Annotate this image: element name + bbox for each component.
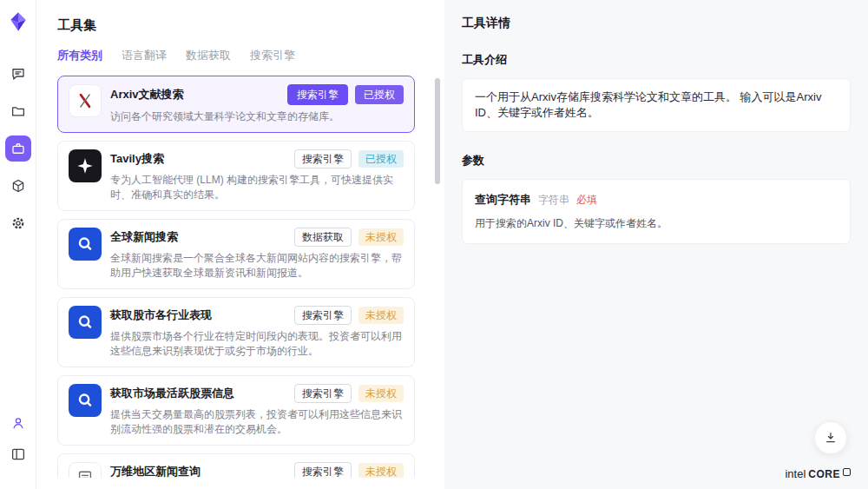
- tool-intro-text: 一个用于从Arxiv存储库搜索科学论文和文章的工具。 输入可以是Arxiv ID…: [475, 90, 821, 119]
- tool-description: 专为人工智能代理 (LLM) 构建的搜索引擎工具，可快速提供实时、准确和真实的结…: [110, 173, 404, 202]
- intel-wordmark: intel: [785, 467, 806, 480]
- icon-rail: [0, 0, 36, 489]
- param-description: 用于搜索的Arxiv ID、关键字或作者姓名。: [475, 216, 838, 231]
- tools-list-panel: 工具集 所有类别 语言翻译 数据获取 搜索引擎 Arxiv文献搜索: [36, 0, 444, 489]
- app-logo-icon[interactable]: [7, 10, 30, 33]
- category-tabs: 所有类别 语言翻译 数据获取 搜索引擎: [57, 48, 444, 63]
- collapse-panel-icon[interactable]: [5, 441, 31, 467]
- tool-description: 提供股票市场各个行业在特定时间段内的表现。投资者可以利用这些信息来识别表现优于或…: [110, 329, 404, 359]
- params-heading: 参数: [462, 153, 851, 169]
- intel-core-logo: intel CORE: [785, 467, 851, 480]
- active-stocks-icon: [69, 384, 102, 417]
- tool-intro-card: 一个用于从Arxiv存储库搜索科学论文和文章的工具。 输入可以是Arxiv ID…: [462, 78, 851, 132]
- tool-description: 提供当天交易量最高的股票列表，投资者可以利用这些信息来识别流动性强的股票和潜在的…: [110, 407, 404, 437]
- tab-language-translation[interactable]: 语言翻译: [122, 48, 167, 63]
- tool-auth-badge[interactable]: 未授权: [358, 463, 404, 478]
- tool-category-badge: 数据获取: [294, 228, 352, 247]
- app-window: 工具集 所有类别 语言翻译 数据获取 搜索引擎 Arxiv文献搜索: [0, 0, 868, 489]
- tool-category-badge: 搜索引擎: [294, 306, 352, 325]
- tool-category-badge: 搜索引擎: [287, 84, 348, 105]
- tool-name: Arxiv文献搜索: [110, 87, 184, 102]
- tab-all-categories[interactable]: 所有类别: [57, 48, 102, 63]
- core-wordmark: CORE: [808, 468, 840, 480]
- download-button[interactable]: [814, 421, 847, 454]
- tool-description: 全球新闻搜索是一个聚合全球各大新闻网站内容的搜索引擎，帮助用户快速获取全球最新资…: [110, 251, 404, 281]
- toolbox-icon[interactable]: [5, 135, 31, 162]
- regional-news-icon: [69, 462, 102, 478]
- param-required-badge: 必填: [576, 193, 597, 208]
- tool-name: 获取股市各行业表现: [110, 307, 212, 323]
- tool-details-panel: 工具详情 工具介绍 一个用于从Arxiv存储库搜索科学论文和文章的工具。 输入可…: [444, 0, 868, 489]
- tool-name: 全球新闻搜索: [110, 229, 178, 245]
- tool-card-list: Arxiv文献搜索 搜索引擎 已授权 访问各个研究领域大量科学论文和文章的存储库…: [57, 76, 415, 478]
- intel-badge-box: [843, 468, 851, 476]
- tool-name: Tavily搜索: [110, 151, 164, 167]
- tab-search-engine[interactable]: 搜索引擎: [250, 48, 295, 63]
- tool-category-badge: 搜索引擎: [294, 462, 352, 478]
- global-news-icon: [69, 228, 102, 261]
- tool-card-arxiv[interactable]: Arxiv文献搜索 搜索引擎 已授权 访问各个研究领域大量科学论文和文章的存储库…: [57, 76, 415, 133]
- tool-auth-badge[interactable]: 未授权: [358, 385, 404, 402]
- tool-card-global-news[interactable]: 全球新闻搜索 数据获取 未授权 全球新闻搜索是一个聚合全球各大新闻网站内容的搜索…: [57, 219, 415, 289]
- intro-heading: 工具介绍: [462, 52, 851, 68]
- tools-panel-title: 工具集: [57, 17, 444, 34]
- stock-sector-icon: [69, 306, 102, 339]
- param-name: 查询字符串: [475, 192, 531, 208]
- param-card: 查询字符串 字符串 必填 用于搜索的Arxiv ID、关键字或作者姓名。: [462, 179, 851, 244]
- tool-card-regional-news[interactable]: 万维地区新闻查询 搜索引擎 未授权 查询具体行政区划内的新闻，快速了解各地新闻动…: [57, 453, 415, 478]
- tool-card-stock-sectors[interactable]: 获取股市各行业表现 搜索引擎 未授权 提供股票市场各个行业在特定时间段内的表现。…: [57, 297, 415, 367]
- tab-data-fetching[interactable]: 数据获取: [186, 48, 231, 63]
- tool-description: 访问各个研究领域大量科学论文和文章的存储库。: [110, 109, 404, 124]
- tool-auth-badge[interactable]: 已授权: [355, 85, 404, 104]
- scrollbar-thumb[interactable]: [435, 78, 440, 184]
- tool-category-badge: 搜索引擎: [294, 149, 352, 169]
- user-icon[interactable]: [5, 410, 31, 436]
- tool-category-badge: 搜索引擎: [294, 384, 352, 403]
- chat-icon[interactable]: [5, 61, 31, 87]
- tool-card-tavily[interactable]: Tavily搜索 搜索引擎 已授权 专为人工智能代理 (LLM) 构建的搜索引擎…: [57, 141, 415, 211]
- tool-auth-badge[interactable]: 未授权: [358, 228, 404, 246]
- tool-name: 获取市场最活跃股票信息: [110, 386, 234, 401]
- details-title: 工具详情: [462, 16, 851, 31]
- settings-gear-icon[interactable]: [5, 210, 31, 236]
- package-icon[interactable]: [5, 173, 31, 199]
- tool-card-active-stocks[interactable]: 获取市场最活跃股票信息 搜索引擎 未授权 提供当天交易量最高的股票列表，投资者可…: [57, 375, 415, 446]
- param-type: 字符串: [538, 193, 569, 208]
- download-icon: [824, 431, 838, 445]
- arxiv-logo-icon: [69, 84, 102, 117]
- tool-auth-badge[interactable]: 未授权: [358, 307, 404, 324]
- tavily-star-icon: [69, 149, 102, 182]
- folder-icon[interactable]: [5, 98, 31, 124]
- tool-name: 万维地区新闻查询: [110, 464, 201, 478]
- tool-auth-badge[interactable]: 已授权: [358, 150, 404, 168]
